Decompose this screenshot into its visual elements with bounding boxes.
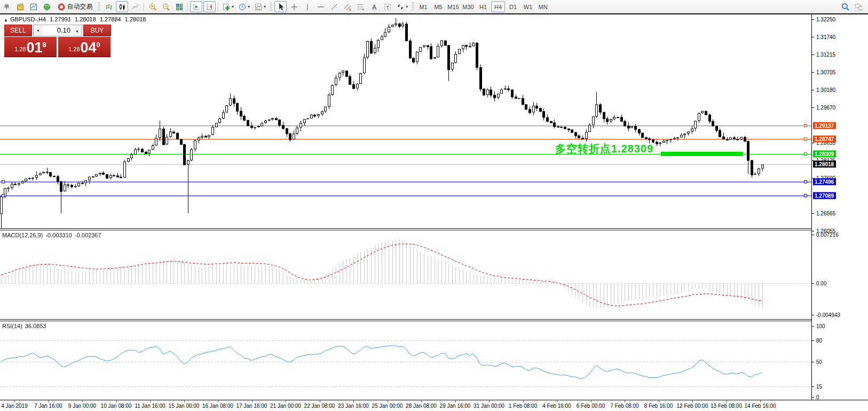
buy-button[interactable]: BUY <box>83 25 111 36</box>
vertical-line-button[interactable] <box>301 1 313 12</box>
tile-windows-icon <box>175 3 184 11</box>
toolbar-separator <box>218 2 218 12</box>
zoom-in-button[interactable] <box>146 1 159 12</box>
crosshair-button[interactable] <box>288 1 300 12</box>
quotes-window-button[interactable] <box>14 1 26 12</box>
chat-button[interactable] <box>852 1 864 12</box>
search-icon <box>841 3 849 11</box>
navigator-button[interactable] <box>41 1 53 12</box>
arrows-tool-dropdown-caret[interactable]: ▾ <box>406 4 408 9</box>
navigator-icon <box>43 3 51 11</box>
sell-button[interactable]: SELL <box>4 25 32 36</box>
price-axis-label: 1.32250 <box>816 16 835 22</box>
time-axis-tick <box>218 400 218 402</box>
rsi-chart-canvas[interactable] <box>0 321 811 399</box>
time-axis[interactable]: 4 Jan 20197 Jan 16:009 Jan 00:0010 Jan 0… <box>0 400 868 411</box>
pivot-note-text[interactable]: 多空转折点1.28309 <box>555 142 653 156</box>
time-axis-tick <box>388 400 388 402</box>
rsi-pane[interactable]: RSI(14)36.0853 <box>0 321 811 399</box>
time-axis-label: 21 Jan 00:00 <box>270 403 301 409</box>
arrows-tool-button[interactable]: ▾ <box>394 1 409 12</box>
horizontal-line-button[interactable] <box>314 1 327 12</box>
axis-tick <box>812 55 814 55</box>
indicators-list-icon <box>222 3 231 11</box>
time-axis-label: 14 Feb 16:00 <box>745 403 776 409</box>
buy-price-button[interactable]: 1.28040 <box>58 37 111 57</box>
macd-pane[interactable]: MACD(12,26,9)-0.003310-0.002367 <box>0 230 811 319</box>
time-axis-label: 7 Feb 08:00 <box>610 403 638 409</box>
price-axis[interactable]: 1.322501.317401.312151.307051.301801.296… <box>811 14 868 400</box>
sell-price-button[interactable]: 1.28018 <box>4 37 57 57</box>
time-axis-label: 9 Jan 00:00 <box>68 403 96 409</box>
price-axis-label: 1.29670 <box>816 104 835 110</box>
search-button[interactable] <box>839 1 851 12</box>
bar-chart-mode-button[interactable] <box>102 1 115 12</box>
axis-tick <box>812 340 814 341</box>
chart-shift-button[interactable] <box>203 1 216 12</box>
volume-increase-button[interactable]: ▲ <box>73 25 82 36</box>
time-axis-label: 31 Jan 00:00 <box>474 403 504 409</box>
charts-window-icon <box>29 3 38 11</box>
buy-price-prefix: 1.28 <box>68 44 80 55</box>
auto-scroll-button[interactable] <box>190 1 202 12</box>
tile-windows-button[interactable] <box>173 1 185 12</box>
timeframe-m30-button[interactable]: M30 <box>461 1 475 12</box>
templates-dropdown-caret[interactable]: ▾ <box>264 4 266 9</box>
axis-tick <box>812 397 814 398</box>
vertical-line-icon <box>303 3 312 11</box>
volume-decrease-button[interactable]: ▼ <box>34 25 43 36</box>
level-price-tag: 1.27089 <box>813 192 836 199</box>
equidistant-channel-button[interactable]: E <box>341 1 353 12</box>
rsi-label: RSI(14)36.0853 <box>2 323 49 329</box>
charts-window-button[interactable] <box>27 1 40 12</box>
fibonacci-retracement-icon: F <box>357 3 365 11</box>
time-axis-label: 1 Feb 08:00 <box>509 403 537 409</box>
periods-dropdown-caret[interactable]: ▾ <box>248 4 250 9</box>
zoom-out-button[interactable] <box>160 1 172 12</box>
volume-stepper[interactable]: ▼ 0.10 ▲ <box>33 25 82 36</box>
volume-value[interactable]: 0.10 <box>43 25 73 36</box>
timeframe-w1-button[interactable]: W1 <box>521 1 535 12</box>
trendline-button[interactable] <box>328 1 340 12</box>
cursor-button[interactable] <box>274 1 287 12</box>
time-axis-tick <box>692 400 693 402</box>
price-axis-label: 1.31740 <box>816 34 835 40</box>
candlestick-mode-button[interactable] <box>116 1 128 12</box>
time-axis-label: 11 Jan 16:00 <box>135 403 165 409</box>
time-axis-tick <box>49 400 49 402</box>
price-axis-label: 1.26565 <box>816 211 835 216</box>
timeframe-m5-button[interactable]: M5 <box>431 1 445 12</box>
time-axis-label: 6 Feb 00:00 <box>577 403 605 409</box>
toolbar-drag-handle <box>270 2 272 12</box>
axis-tick <box>812 326 814 327</box>
templates-button[interactable]: ▾ <box>252 1 267 12</box>
macd-signal-value: -0.002367 <box>75 232 101 238</box>
axis-tick <box>812 143 814 143</box>
timeframe-m1-button[interactable]: M1 <box>416 1 430 12</box>
collapse-triangle-icon[interactable]: ▲ <box>4 18 8 22</box>
quote-open: 1.27991 <box>50 16 71 22</box>
timeframe-mn-button[interactable]: MN <box>536 1 550 12</box>
auto-trading-label: 自动交易 <box>67 2 93 11</box>
new-order-button[interactable]: 单 <box>1 1 13 12</box>
toolbar-separator <box>187 2 188 12</box>
price-chart-canvas[interactable] <box>0 14 811 228</box>
price-pane[interactable]: ▲GBPUSD-,H4 1.27991 1.28018 1.27884 1.28… <box>0 14 811 228</box>
auto-trading-button[interactable]: 自动交易 <box>54 1 96 12</box>
periods-button[interactable]: ▾ <box>236 1 251 12</box>
indicators-list-dropdown-caret[interactable]: ▾ <box>232 4 234 9</box>
rsi-axis-label: 0 <box>816 394 819 400</box>
timeframe-h1-button[interactable]: H1 <box>476 1 490 12</box>
line-chart-mode-button[interactable] <box>129 1 141 12</box>
text-label-tool-button[interactable]: T <box>381 1 393 12</box>
indicators-list-button[interactable]: ▾ <box>220 1 235 12</box>
timeframe-m15-button[interactable]: M15 <box>446 1 460 12</box>
timeframe-d1-button[interactable]: D1 <box>506 1 520 12</box>
timeframe-h4-button[interactable]: H4 <box>491 1 505 12</box>
axis-tick <box>812 90 814 90</box>
text-tool-button[interactable]: A <box>368 1 380 12</box>
svg-text:E: E <box>349 8 351 11</box>
macd-chart-canvas[interactable] <box>0 230 811 319</box>
macd-axis-label: 0.007216 <box>816 232 839 238</box>
fibonacci-retracement-button[interactable]: F <box>354 1 367 12</box>
